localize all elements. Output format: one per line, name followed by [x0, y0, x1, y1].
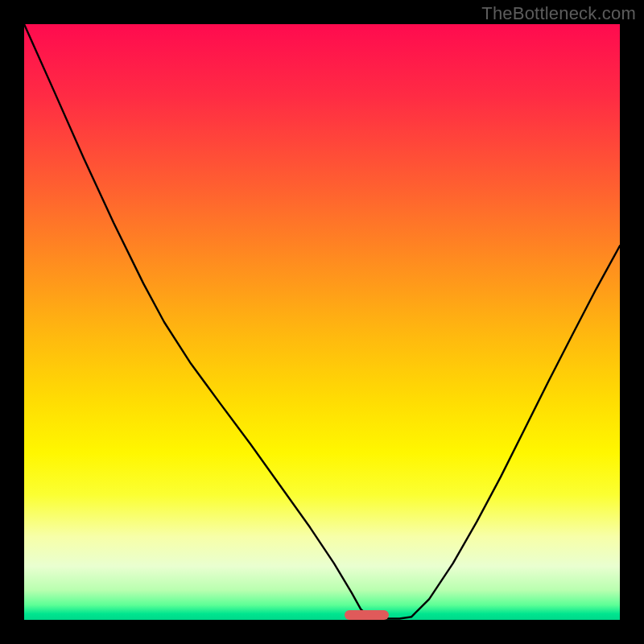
bottleneck-curve [24, 24, 620, 620]
watermark-text: TheBottleneck.com [481, 3, 636, 24]
optimum-marker [345, 610, 390, 620]
chart-frame: TheBottleneck.com [0, 0, 644, 644]
plot-area [24, 24, 620, 620]
